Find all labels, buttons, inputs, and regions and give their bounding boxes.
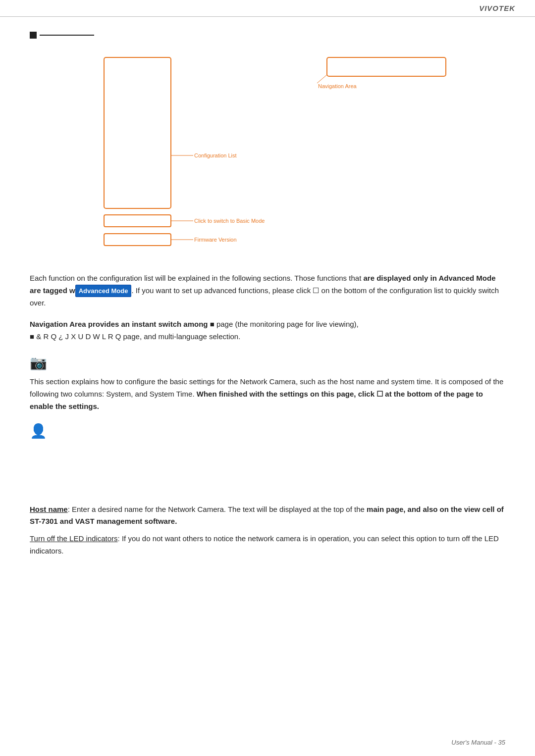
system-section: 📷 [30, 354, 505, 371]
svg-rect-0 [327, 57, 446, 76]
svg-line-4 [317, 75, 327, 83]
page-footer: User's Manual - 35 [451, 739, 505, 746]
paragraph-2: Navigation Area provides an instant swit… [30, 318, 505, 343]
section-underline [40, 35, 94, 36]
p2-config: & R Q ¿ J X U D W L R Q [36, 332, 123, 341]
svg-text:Navigation Area: Navigation Area [318, 83, 357, 89]
system-text-block: This section explains how to configure t… [30, 376, 505, 412]
main-content: Navigation Area Configuration List Click… [0, 17, 535, 586]
diagram-section: Navigation Area Configuration List Click… [30, 48, 505, 260]
p2-home-icon: ■ [210, 320, 214, 328]
host-name-label: Host name [30, 505, 68, 513]
svg-rect-3 [104, 234, 171, 246]
person-icon: 👤 [30, 423, 505, 439]
camera-icon: 📷 [30, 354, 505, 371]
host-name-text: : Enter a desired name for the Network C… [68, 505, 365, 513]
p2-bold: Navigation Area provides an instant swit… [30, 320, 208, 328]
paragraph-1: Each function on the configuration list … [30, 272, 505, 309]
host-name-block: Host name: Enter a desired name for the … [30, 504, 505, 557]
diagram-wrapper: Navigation Area Configuration List Click… [74, 48, 461, 260]
click-icon: ☐ [313, 286, 319, 295]
sub-section-person: 👤 [30, 423, 505, 439]
content-spacer [30, 444, 505, 504]
p2-rest2: page, and multi-language selection. [123, 332, 241, 341]
advanced-mode-tag: Advanced Mode [75, 285, 132, 297]
svg-text:Configuration List: Configuration List [194, 152, 237, 158]
svg-rect-1 [104, 57, 171, 208]
section-icon-bar [30, 32, 505, 39]
p1-before: Each function on the configuration list … [30, 274, 361, 282]
svg-text:Click to switch to Basic Mode: Click to switch to Basic Mode [194, 218, 265, 224]
p1-after: . If you want to set up advanced functio… [131, 286, 311, 295]
svg-rect-2 [104, 215, 171, 227]
diagram-svg: Navigation Area Configuration List Click… [74, 48, 461, 260]
page-number: User's Manual - 35 [451, 739, 505, 746]
svg-text:Firmware Version: Firmware Version [194, 237, 237, 243]
turn-off-label: Turn off the LED indicators [30, 534, 118, 543]
page-header: VIVOTEK [0, 0, 535, 17]
save-icon: ☐ [376, 390, 383, 398]
p2-config-icon: ■ [30, 332, 34, 341]
section-black-square [30, 32, 37, 39]
brand-logo: VIVOTEK [479, 4, 515, 12]
p2-rest: page (the monitoring page for live viewi… [216, 320, 359, 328]
